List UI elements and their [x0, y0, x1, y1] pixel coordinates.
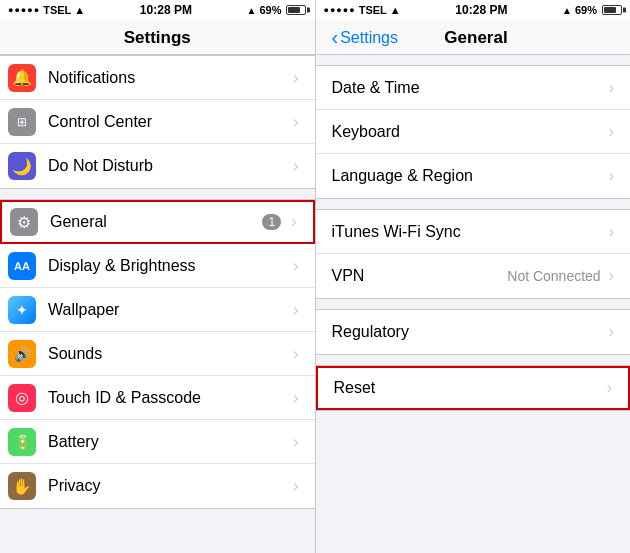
status-right-right: ▲ 69%	[562, 4, 622, 16]
control-center-icon: ⊞	[8, 108, 36, 136]
time-display: 10:28 PM	[140, 3, 192, 17]
touch-id-icon-wrap: ◎	[0, 384, 44, 412]
time-display-right: 10:28 PM	[455, 3, 507, 17]
settings-item-general[interactable]: ⚙ General 1 ›	[0, 200, 315, 244]
do-not-disturb-label: Do Not Disturb	[44, 157, 289, 175]
right-title: General	[398, 28, 554, 48]
display-chevron: ›	[293, 257, 298, 275]
battery-icon-right	[602, 5, 622, 15]
carrier-name-right: TSEL	[359, 4, 387, 16]
touch-id-chevron: ›	[293, 389, 298, 407]
settings-item-do-not-disturb[interactable]: 🌙 Do Not Disturb ›	[0, 144, 315, 188]
settings-item-sounds[interactable]: 🔊 Sounds ›	[0, 332, 315, 376]
reset-chevron: ›	[607, 379, 612, 397]
gap-right-2	[316, 199, 631, 209]
privacy-icon-wrap: ✋	[0, 472, 44, 500]
battery-setting-icon: 🔋	[8, 428, 36, 456]
back-button[interactable]: ‹ Settings	[332, 29, 398, 47]
notifications-icon-wrap: 🔔	[0, 64, 44, 92]
left-header: Settings	[0, 20, 315, 55]
reset-label: Reset	[334, 379, 603, 397]
keyboard-chevron: ›	[609, 123, 614, 141]
battery-icon	[286, 5, 306, 15]
settings-item-control-center[interactable]: ⊞ Control Center ›	[0, 100, 315, 144]
general-chevron: ›	[291, 213, 296, 231]
left-title: Settings	[124, 28, 191, 47]
signal-dots: ●●●●●	[8, 5, 40, 15]
settings-group-top: 🔔 Notifications › ⊞ Control Center › 🌙 D…	[0, 55, 315, 189]
wifi-icon-right: ▲	[390, 4, 401, 16]
status-right-left: ●●●●● TSEL ▲	[324, 4, 401, 16]
notifications-chevron: ›	[293, 69, 298, 87]
settings-item-language-region[interactable]: Language & Region ›	[316, 154, 631, 198]
touch-id-label: Touch ID & Passcode	[44, 389, 289, 407]
location-icon-right: ▲	[562, 5, 572, 16]
settings-item-wallpaper[interactable]: ✦ Wallpaper ›	[0, 288, 315, 332]
settings-item-itunes-wifi[interactable]: iTunes Wi-Fi Sync ›	[316, 210, 631, 254]
battery-label: Battery	[44, 433, 289, 451]
control-center-icon-wrap: ⊞	[0, 108, 44, 136]
wallpaper-label: Wallpaper	[44, 301, 289, 319]
settings-item-vpn[interactable]: VPN Not Connected ›	[316, 254, 631, 298]
general-badge: 1	[262, 214, 281, 230]
settings-group-itunes: iTunes Wi-Fi Sync › VPN Not Connected ›	[316, 209, 631, 299]
settings-item-privacy[interactable]: ✋ Privacy ›	[0, 464, 315, 508]
date-time-label: Date & Time	[332, 79, 605, 97]
settings-item-keyboard[interactable]: Keyboard ›	[316, 110, 631, 154]
vpn-value: Not Connected	[507, 268, 600, 284]
settings-item-notifications[interactable]: 🔔 Notifications ›	[0, 56, 315, 100]
language-region-label: Language & Region	[332, 167, 605, 185]
language-region-chevron: ›	[609, 167, 614, 185]
settings-group-datetime: Date & Time › Keyboard › Language & Regi…	[316, 65, 631, 199]
settings-item-battery[interactable]: 🔋 Battery ›	[0, 420, 315, 464]
battery-chevron: ›	[293, 433, 298, 451]
privacy-label: Privacy	[44, 477, 289, 495]
settings-group-regulatory: Regulatory ›	[316, 309, 631, 355]
control-center-chevron: ›	[293, 113, 298, 131]
touch-id-icon: ◎	[8, 384, 36, 412]
control-center-label: Control Center	[44, 113, 289, 131]
gap-right-top	[316, 55, 631, 65]
settings-list-right: Date & Time › Keyboard › Language & Regi…	[316, 55, 631, 553]
itunes-wifi-label: iTunes Wi-Fi Sync	[332, 223, 605, 241]
back-chevron-icon: ‹	[332, 27, 339, 47]
notifications-label: Notifications	[44, 69, 289, 87]
sounds-label: Sounds	[44, 345, 289, 363]
privacy-icon: ✋	[8, 472, 36, 500]
wifi-icon: ▲	[74, 4, 85, 16]
display-icon-wrap: AA	[0, 252, 44, 280]
general-label: General	[46, 213, 262, 231]
date-time-chevron: ›	[609, 79, 614, 97]
regulatory-chevron: ›	[609, 323, 614, 341]
battery-percent-right: 69%	[575, 4, 597, 16]
privacy-chevron: ›	[293, 477, 298, 495]
battery-setting-icon-wrap: 🔋	[0, 428, 44, 456]
right-panel: ●●●●● TSEL ▲ 10:28 PM ▲ 69% ‹ Settings G…	[316, 0, 631, 553]
sounds-chevron: ›	[293, 345, 298, 363]
settings-list-left: 🔔 Notifications › ⊞ Control Center › 🌙 D…	[0, 55, 315, 553]
settings-item-display-brightness[interactable]: AA Display & Brightness ›	[0, 244, 315, 288]
battery-percent: 69%	[259, 4, 281, 16]
right-nav-header: ‹ Settings General	[316, 20, 631, 55]
wallpaper-chevron: ›	[293, 301, 298, 319]
sounds-icon: 🔊	[8, 340, 36, 368]
itunes-wifi-chevron: ›	[609, 223, 614, 241]
settings-item-regulatory[interactable]: Regulatory ›	[316, 310, 631, 354]
status-left: ●●●●● TSEL ▲	[8, 4, 85, 16]
do-not-disturb-icon-wrap: 🌙	[0, 152, 44, 180]
status-bar-left: ●●●●● TSEL ▲ 10:28 PM ▲ 69%	[0, 0, 315, 20]
settings-item-reset[interactable]: Reset ›	[316, 366, 631, 410]
settings-item-date-time[interactable]: Date & Time ›	[316, 66, 631, 110]
regulatory-label: Regulatory	[332, 323, 605, 341]
status-right: ▲ 69%	[247, 4, 307, 16]
battery-fill-right	[604, 7, 616, 13]
keyboard-label: Keyboard	[332, 123, 605, 141]
settings-item-touch-id[interactable]: ◎ Touch ID & Passcode ›	[0, 376, 315, 420]
display-label: Display & Brightness	[44, 257, 289, 275]
settings-group-general: ⚙ General 1 › AA Display & Brightness › …	[0, 199, 315, 509]
general-icon-wrap: ⚙	[2, 208, 46, 236]
location-icon: ▲	[247, 5, 257, 16]
vpn-label: VPN	[332, 267, 508, 285]
carrier-name: TSEL	[43, 4, 71, 16]
battery-fill	[288, 7, 300, 13]
